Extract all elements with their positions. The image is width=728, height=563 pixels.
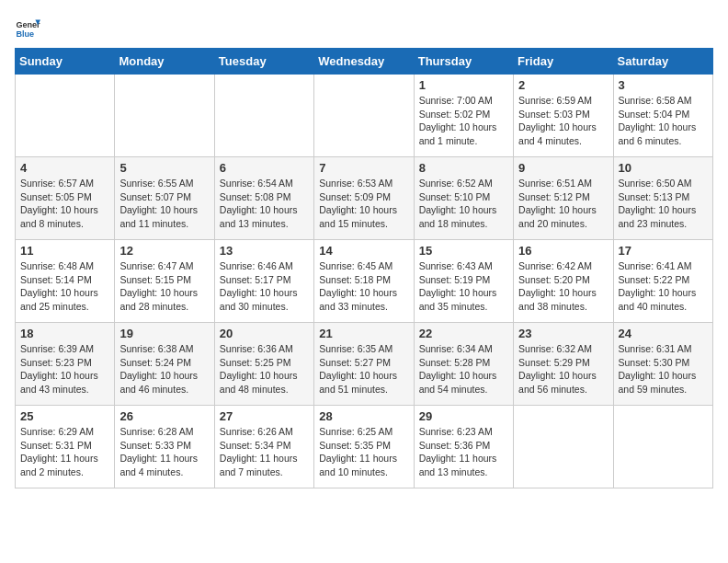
day-info: Sunrise: 6:31 AM Sunset: 5:30 PM Dayligh… <box>619 342 708 396</box>
day-info: Sunrise: 6:41 AM Sunset: 5:22 PM Dayligh… <box>619 259 708 314</box>
logo: General Blue <box>15 15 40 40</box>
day-number: 23 <box>518 327 608 340</box>
day-number: 17 <box>619 244 708 258</box>
day-info: Sunrise: 6:52 AM Sunset: 5:10 PM Dayligh… <box>419 177 508 231</box>
calendar-cell: 18Sunrise: 6:39 AM Sunset: 5:23 PM Dayli… <box>16 323 115 406</box>
day-number: 16 <box>518 244 608 258</box>
calendar-cell: 15Sunrise: 6:43 AM Sunset: 5:19 PM Dayli… <box>414 240 513 323</box>
day-info: Sunrise: 6:55 AM Sunset: 5:07 PM Dayligh… <box>119 177 209 231</box>
day-info: Sunrise: 6:45 AM Sunset: 5:18 PM Dayligh… <box>319 259 408 314</box>
logo-icon: General Blue <box>15 15 40 40</box>
day-number: 4 <box>20 161 109 175</box>
calendar-header-wednesday: Wednesday <box>314 49 414 75</box>
calendar-week-row: 1Sunrise: 7:00 AM Sunset: 5:02 PM Daylig… <box>16 75 713 157</box>
day-number: 14 <box>319 244 408 258</box>
day-info: Sunrise: 6:35 AM Sunset: 5:27 PM Dayligh… <box>319 342 408 396</box>
calendar-cell: 7Sunrise: 6:53 AM Sunset: 5:09 PM Daylig… <box>314 157 414 240</box>
page-header: General Blue <box>15 15 713 40</box>
day-number: 19 <box>119 327 209 340</box>
calendar-week-row: 18Sunrise: 6:39 AM Sunset: 5:23 PM Dayli… <box>16 323 713 406</box>
day-number: 15 <box>419 244 508 258</box>
calendar-cell: 10Sunrise: 6:50 AM Sunset: 5:13 PM Dayli… <box>613 157 712 240</box>
svg-text:Blue: Blue <box>16 29 34 39</box>
calendar-week-row: 25Sunrise: 6:29 AM Sunset: 5:31 PM Dayli… <box>16 406 713 488</box>
calendar-cell: 9Sunrise: 6:51 AM Sunset: 5:12 PM Daylig… <box>514 157 613 240</box>
calendar-cell: 17Sunrise: 6:41 AM Sunset: 5:22 PM Dayli… <box>613 240 712 323</box>
calendar-cell: 14Sunrise: 6:45 AM Sunset: 5:18 PM Dayli… <box>314 240 414 323</box>
day-info: Sunrise: 6:29 AM Sunset: 5:31 PM Dayligh… <box>20 425 109 479</box>
day-number: 5 <box>119 161 209 175</box>
day-number: 10 <box>619 161 708 175</box>
day-info: Sunrise: 6:46 AM Sunset: 5:17 PM Dayligh… <box>220 259 309 314</box>
calendar-cell: 16Sunrise: 6:42 AM Sunset: 5:20 PM Dayli… <box>514 240 613 323</box>
day-info: Sunrise: 6:47 AM Sunset: 5:15 PM Dayligh… <box>119 259 209 314</box>
calendar-cell: 19Sunrise: 6:38 AM Sunset: 5:24 PM Dayli… <box>115 323 214 406</box>
calendar-header-thursday: Thursday <box>414 49 513 75</box>
calendar-cell: 29Sunrise: 6:23 AM Sunset: 5:36 PM Dayli… <box>414 406 513 488</box>
day-number: 6 <box>220 161 309 175</box>
calendar-cell: 23Sunrise: 6:32 AM Sunset: 5:29 PM Dayli… <box>514 323 613 406</box>
day-info: Sunrise: 6:39 AM Sunset: 5:23 PM Dayligh… <box>20 342 109 396</box>
calendar-cell: 21Sunrise: 6:35 AM Sunset: 5:27 PM Dayli… <box>314 323 414 406</box>
day-number: 11 <box>20 244 109 258</box>
calendar-header-row: SundayMondayTuesdayWednesdayThursdayFrid… <box>16 49 713 75</box>
day-info: Sunrise: 6:48 AM Sunset: 5:14 PM Dayligh… <box>20 259 109 314</box>
day-info: Sunrise: 6:34 AM Sunset: 5:28 PM Dayligh… <box>419 342 508 396</box>
day-number: 29 <box>419 409 508 423</box>
day-info: Sunrise: 6:54 AM Sunset: 5:08 PM Dayligh… <box>220 177 309 231</box>
day-info: Sunrise: 6:43 AM Sunset: 5:19 PM Dayligh… <box>419 259 508 314</box>
day-number: 8 <box>419 161 508 175</box>
day-info: Sunrise: 6:42 AM Sunset: 5:20 PM Dayligh… <box>518 259 608 314</box>
day-info: Sunrise: 6:23 AM Sunset: 5:36 PM Dayligh… <box>419 425 508 479</box>
day-info: Sunrise: 6:59 AM Sunset: 5:03 PM Dayligh… <box>518 94 608 148</box>
calendar-header-sunday: Sunday <box>16 49 115 75</box>
day-number: 3 <box>619 78 708 92</box>
calendar-cell: 26Sunrise: 6:28 AM Sunset: 5:33 PM Dayli… <box>115 406 214 488</box>
day-info: Sunrise: 6:32 AM Sunset: 5:29 PM Dayligh… <box>518 342 608 396</box>
day-number: 2 <box>518 78 608 92</box>
calendar-cell: 22Sunrise: 6:34 AM Sunset: 5:28 PM Dayli… <box>414 323 513 406</box>
day-number: 13 <box>220 244 309 258</box>
day-number: 26 <box>119 409 209 423</box>
day-number: 9 <box>518 161 608 175</box>
calendar-week-row: 11Sunrise: 6:48 AM Sunset: 5:14 PM Dayli… <box>16 240 713 323</box>
day-info: Sunrise: 6:51 AM Sunset: 5:12 PM Dayligh… <box>518 177 608 231</box>
calendar-cell <box>514 406 613 488</box>
calendar-cell <box>314 75 414 157</box>
day-number: 25 <box>20 409 109 423</box>
day-number: 21 <box>319 327 408 340</box>
calendar-body: 1Sunrise: 7:00 AM Sunset: 5:02 PM Daylig… <box>16 75 713 488</box>
day-number: 20 <box>220 327 309 340</box>
day-info: Sunrise: 6:53 AM Sunset: 5:09 PM Dayligh… <box>319 177 408 231</box>
calendar-table: SundayMondayTuesdayWednesdayThursdayFrid… <box>15 48 713 488</box>
calendar-cell: 27Sunrise: 6:26 AM Sunset: 5:34 PM Dayli… <box>214 406 313 488</box>
calendar-cell: 1Sunrise: 7:00 AM Sunset: 5:02 PM Daylig… <box>414 75 513 157</box>
calendar-cell <box>115 75 214 157</box>
day-number: 24 <box>619 327 708 340</box>
day-number: 1 <box>419 78 508 92</box>
day-info: Sunrise: 7:00 AM Sunset: 5:02 PM Dayligh… <box>419 94 508 148</box>
calendar-cell: 13Sunrise: 6:46 AM Sunset: 5:17 PM Dayli… <box>214 240 313 323</box>
calendar-cell: 11Sunrise: 6:48 AM Sunset: 5:14 PM Dayli… <box>16 240 115 323</box>
calendar-header-monday: Monday <box>115 49 214 75</box>
calendar-cell: 3Sunrise: 6:58 AM Sunset: 5:04 PM Daylig… <box>613 75 712 157</box>
day-number: 18 <box>20 327 109 340</box>
day-info: Sunrise: 6:26 AM Sunset: 5:34 PM Dayligh… <box>220 425 309 479</box>
calendar-cell <box>16 75 115 157</box>
calendar-cell: 6Sunrise: 6:54 AM Sunset: 5:08 PM Daylig… <box>214 157 313 240</box>
day-info: Sunrise: 6:57 AM Sunset: 5:05 PM Dayligh… <box>20 177 109 231</box>
calendar-header-saturday: Saturday <box>613 49 712 75</box>
day-number: 22 <box>419 327 508 340</box>
calendar-cell: 5Sunrise: 6:55 AM Sunset: 5:07 PM Daylig… <box>115 157 214 240</box>
calendar-header-friday: Friday <box>514 49 613 75</box>
day-info: Sunrise: 6:38 AM Sunset: 5:24 PM Dayligh… <box>119 342 209 396</box>
day-number: 28 <box>319 409 408 423</box>
calendar-cell: 2Sunrise: 6:59 AM Sunset: 5:03 PM Daylig… <box>514 75 613 157</box>
calendar-cell <box>613 406 712 488</box>
calendar-cell: 12Sunrise: 6:47 AM Sunset: 5:15 PM Dayli… <box>115 240 214 323</box>
calendar-cell: 4Sunrise: 6:57 AM Sunset: 5:05 PM Daylig… <box>16 157 115 240</box>
day-info: Sunrise: 6:50 AM Sunset: 5:13 PM Dayligh… <box>619 177 708 231</box>
calendar-cell: 8Sunrise: 6:52 AM Sunset: 5:10 PM Daylig… <box>414 157 513 240</box>
day-number: 12 <box>119 244 209 258</box>
calendar-cell: 20Sunrise: 6:36 AM Sunset: 5:25 PM Dayli… <box>214 323 313 406</box>
